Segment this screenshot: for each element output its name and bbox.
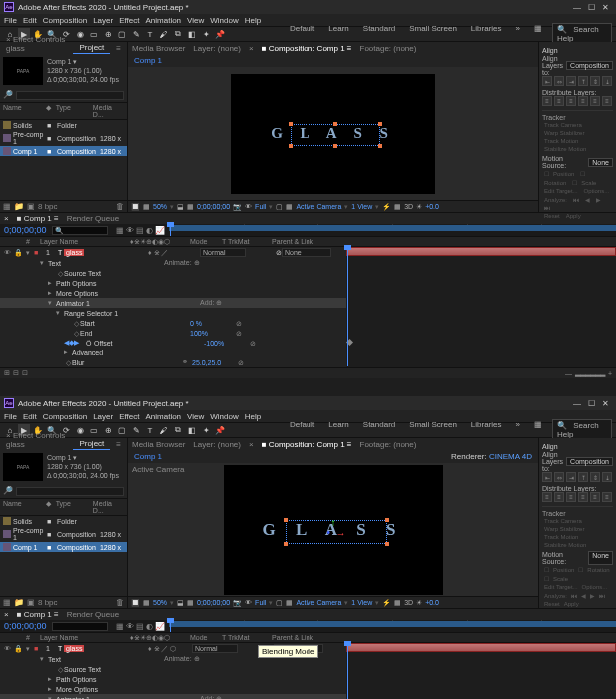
prop-blur[interactable]: ◇Blur⚭25.0,25.0⊘ [0,357,346,367]
prop-end[interactable]: ◇End100%⊘ [0,328,346,338]
align-bottom-icon[interactable]: ⤓ [602,472,612,482]
prop-start[interactable]: ◇Start0 %⊘ [0,318,346,328]
prop-animator-1[interactable]: ▾Animator 1Add: ⊕ [0,298,346,308]
project-row-comp1[interactable]: Comp 1■Composition1280 x [0,542,127,552]
menu-layer[interactable]: Layer [93,16,113,25]
dist-right-icon[interactable]: ≡ [602,492,612,502]
motion-blur-icon[interactable]: ◐ [146,226,153,235]
bpc-button[interactable]: 8 bpc [38,598,58,607]
viewport[interactable]: Active Camera G L A S S → ↑ • [128,463,538,596]
maximize-button[interactable]: ☐ [584,397,598,409]
menu-edit[interactable]: Edit [23,16,37,25]
layer-tab[interactable]: Layer: (none) [193,44,241,53]
footage-tab[interactable]: Footage: (none) [360,44,417,53]
viewport[interactable]: G L A S S [128,67,538,200]
dist-vcenter-icon[interactable]: ≡ [554,96,564,106]
selection-handle[interactable] [289,122,293,126]
resolution-dropdown[interactable]: Full [255,203,266,210]
col-type[interactable]: Type [56,104,93,118]
motion-source-dropdown[interactable]: None [588,158,613,167]
align-top-icon[interactable]: ⤒ [578,76,588,86]
current-timecode[interactable]: 0;00;00;00 [0,621,52,631]
exposure-icon[interactable]: ☀ [416,203,422,211]
dist-top-icon[interactable]: ≡ [542,492,552,502]
renderer-dropdown[interactable]: CINEMA 4D [489,452,532,461]
brush-tool-icon[interactable]: 🖌 [158,424,170,436]
timeline-track-area[interactable] [346,643,616,699]
project-search-input[interactable] [16,487,124,496]
menu-layer[interactable]: Layer [93,412,113,421]
project-row-solids[interactable]: Solids■ Folder [0,120,127,130]
analyze-back-icon[interactable]: ⏮ [571,196,581,204]
add-button[interactable]: Add: ⊕ [200,299,222,307]
tl-close-icon[interactable]: × [4,610,9,619]
track-rotation-checkbox[interactable]: Rotation [542,179,568,187]
col-name[interactable]: Name [3,104,46,118]
analyze-fwd1-icon[interactable]: ▶ [594,195,603,204]
prop-offset[interactable]: ◀◆▶ÖOffset-100%⊘ [0,338,346,348]
menu-animation[interactable]: Animation [145,16,181,25]
clone-tool-icon[interactable]: ⧉ [172,424,184,436]
interpret-icon[interactable]: ▦ [3,202,11,211]
frame-blend-icon[interactable]: ▤ [136,226,144,235]
pickwhip-icon[interactable]: ⊘ [250,340,256,346]
zoom-dropdown[interactable]: 50% [153,599,167,606]
prop-path-options[interactable]: ▸Path Options [0,674,346,684]
shy-icon[interactable]: 👁 [126,226,134,235]
stabilize-motion-button[interactable]: Stabilize Motion [542,145,588,153]
analyze-fwd-icon[interactable]: ⏭ [542,204,552,212]
eraser-tool-icon[interactable]: ◧ [186,28,198,40]
lock-icon[interactable]: 🔒 [14,249,26,257]
menu-file[interactable]: File [4,412,17,421]
prop-more-options[interactable]: ▸More Options [0,288,346,298]
align-hcenter-icon[interactable]: ⇔ [554,76,564,86]
channel-icon[interactable]: ▦ [187,599,194,607]
menu-file[interactable]: File [4,16,17,25]
prop-path-options[interactable]: ▸Path Options [0,278,346,288]
start-value[interactable]: 0 % [190,320,226,327]
col-tag[interactable]: ◆ [46,104,56,118]
preview-timecode[interactable]: 0;00;00;00 [197,599,230,606]
menu-effect[interactable]: Effect [119,412,139,421]
transparency-icon[interactable]: ▦ [286,203,293,211]
align-vcenter-icon[interactable]: ⇕ [590,76,600,86]
exposure-icon[interactable]: ☀ [416,599,422,607]
menu-composition[interactable]: Composition [43,16,87,25]
dist-right-icon[interactable]: ≡ [602,96,612,106]
text-tool-icon[interactable]: T [144,28,156,40]
playhead[interactable] [170,224,171,236]
zoom-in-icon[interactable]: + [608,370,612,377]
dist-hcenter-icon[interactable]: ≡ [590,96,600,106]
selection-handle[interactable] [378,122,382,126]
search-icon[interactable]: 🔎 [3,486,13,496]
layer-row-1[interactable]: 👁 🔒 ▾ ■ 1 T glass ♦ ※ ／ Normal ⊘ None [0,247,346,258]
timeline-tab-rq[interactable]: Render Queue [67,610,119,619]
align-top-icon[interactable]: ⤒ [578,472,588,482]
dist-bottom-icon[interactable]: ≡ [566,492,576,502]
col-size[interactable]: Media D... [93,104,124,118]
analyze-back1-icon[interactable]: ◀ [583,195,592,204]
prop-source-text[interactable]: ◇Source Text [0,664,346,674]
new-comp-icon[interactable]: ▣ [27,598,35,607]
rotate-tool-icon[interactable]: ◉ [74,424,86,436]
zoom-slider[interactable]: ▂▂▂▂▂▂ [575,369,605,377]
reset-button[interactable]: Reset [542,212,562,220]
comp-breadcrumb[interactable]: Comp 1 [134,452,162,461]
z-axis-icon[interactable]: • [327,527,331,538]
puppet-tool-icon[interactable]: 📌 [214,28,226,40]
dist-top-icon[interactable]: ≡ [542,96,552,106]
twirl-icon[interactable]: ▾ [26,645,34,653]
timeline-search-input[interactable] [52,226,108,235]
y-axis-icon[interactable]: ↑ [331,517,336,528]
eraser-tool-icon[interactable]: ◧ [186,424,198,436]
selection-handle[interactable] [284,542,288,546]
project-row-solids[interactable]: Solids■Folder [0,516,127,526]
tab-close-icon[interactable]: × [249,440,254,449]
pickwhip-icon[interactable]: ⊘ [238,359,244,365]
grid-icon[interactable]: ▦ [143,599,150,607]
exposure-value[interactable]: +0.0 [425,203,439,210]
grid-icon[interactable]: ▦ [143,203,150,211]
shape-tool-icon[interactable]: ▢ [116,28,128,40]
new-folder-icon[interactable]: 📁 [14,202,24,211]
selection-handle[interactable] [289,144,293,148]
